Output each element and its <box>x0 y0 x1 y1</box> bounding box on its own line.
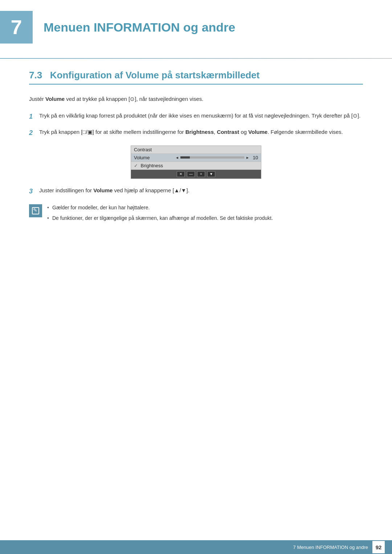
intro-paragraph: Justér Volume ved at trykke på knappen [… <box>29 95 363 103</box>
step-1-number: 1 <box>29 111 39 122</box>
slider-left-arrow: ◄ <box>175 156 179 160</box>
main-content: 7.3 Konfiguration af Volume på startskær… <box>0 70 392 239</box>
footer-page-number: 92 <box>372 541 385 553</box>
step-2-number: 2 <box>29 128 39 138</box>
step-1-text: Tryk på en vilkårlig knap forrest på pro… <box>39 111 363 120</box>
chapter-number: 7 <box>11 17 22 37</box>
step-1: 1 Tryk på en vilkårlig knap forrest på p… <box>29 111 363 122</box>
note-item-1: Gælder for modeller, der kun har højttal… <box>47 204 363 212</box>
step-2-contrast: Contrast <box>217 129 239 135</box>
slider-right-arrow: ► <box>246 156 249 160</box>
note-bullets: Gælder for modeller, der kun har højttal… <box>47 204 363 224</box>
note-icon <box>29 204 42 217</box>
steps-list-continued: 3 Juster indstillingen for Volume ved hj… <box>29 186 363 197</box>
step-1-symbol: ⊙ <box>353 112 358 119</box>
chapter-number-box: 7 <box>0 11 33 44</box>
footer-text: 7 Menuen INFORMATION og andre <box>293 545 368 550</box>
step-3-text: Juster indstillingen for Volume ved hjæl… <box>39 186 363 195</box>
header-divider <box>0 58 392 59</box>
section-number: 7.3 <box>29 70 42 81</box>
ctrl-btn-plus: + <box>197 171 205 177</box>
check-icon: ✓ <box>134 163 138 168</box>
intro-text-middle: ved at trykke på knappen [ <box>65 96 130 102</box>
step-2: 2 Tryk på knappen [□/▣] for at skifte me… <box>29 128 363 138</box>
intro-keyword-volume: Volume <box>45 96 65 102</box>
steps-list: 1 Tryk på en vilkårlig knap forrest på p… <box>29 111 363 138</box>
note-item-2: De funktioner, der er tilgængelige på sk… <box>47 214 363 222</box>
chapter-title: Menuen INFORMATION og andre <box>40 20 235 34</box>
step-2-volume: Volume <box>248 129 268 135</box>
step-3-number: 3 <box>29 186 39 197</box>
volume-slider: ◄ ► 10 <box>175 155 258 160</box>
screen-label-volume: Volume <box>134 155 175 160</box>
screen-buttons-row: ✕ — + ▼ <box>131 170 261 178</box>
ctrl-btn-minus: — <box>187 171 195 177</box>
step-2-brightness: Brightness <box>185 129 214 135</box>
slider-bar <box>180 156 244 159</box>
screen-label-contrast: Contrast <box>134 147 258 152</box>
intro-text-after: ], når tastvejledningen vises. <box>135 96 203 102</box>
intro-text-before: Justér <box>29 96 45 102</box>
section-heading: 7.3 Konfiguration af Volume på startskær… <box>29 70 363 85</box>
note-icon-inner <box>32 207 39 214</box>
intro-button-symbol: ⊙ <box>130 96 135 102</box>
section-title: Konfiguration af Volume på startskærmbil… <box>50 70 260 81</box>
step-2-text: Tryk på knappen [□/▣] for at skifte mell… <box>39 128 363 136</box>
step-3: 3 Juster indstillingen for Volume ved hj… <box>29 186 363 197</box>
ctrl-btn-x: ✕ <box>177 171 185 177</box>
screen-label-brightness: ✓ Brightness <box>134 163 258 168</box>
screen-row-volume: Volume ◄ ► 10 <box>131 154 261 162</box>
screen-capture-widget: Contrast Volume ◄ ► 10 ✓ Brightness ✕ — … <box>131 145 261 179</box>
slider-fill <box>180 156 190 159</box>
ctrl-btn-down: ▼ <box>207 171 215 177</box>
note-box: Gælder for modeller, der kun har højttal… <box>29 204 363 224</box>
slider-value: 10 <box>251 155 258 160</box>
screen-row-brightness: ✓ Brightness <box>131 162 261 170</box>
screen-row-contrast: Contrast <box>131 146 261 154</box>
page-header: 7 Menuen INFORMATION og andre <box>0 0 392 51</box>
step-3-volume: Volume <box>93 187 113 193</box>
page-footer: 7 Menuen INFORMATION og andre 92 <box>0 540 392 554</box>
